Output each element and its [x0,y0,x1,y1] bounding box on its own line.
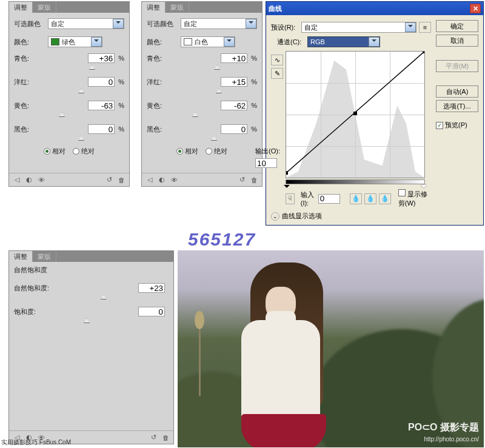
slider-value[interactable] [138,307,165,316]
slider-value[interactable] [88,101,115,110]
output-input[interactable] [255,158,277,168]
svg-rect-1 [286,171,288,175]
black-eyedropper-icon[interactable]: 💧 [350,193,362,204]
tab-mask[interactable]: 蒙版 [33,251,56,262]
preset-label: 预设(R): [271,23,301,32]
channel-dropdown[interactable]: RGB [307,36,380,47]
tab-adjust[interactable]: 调整 [9,2,33,13]
reset-icon[interactable]: ↺ [238,176,246,184]
chevron-down-icon [113,19,124,28]
color-swatch [51,38,59,45]
slider-label: 黄色: [14,101,48,110]
svg-rect-3 [423,52,424,53]
cancel-button[interactable]: 取消 [436,35,478,47]
eye-icon[interactable]: 👁 [170,176,178,184]
slider-value[interactable] [88,124,115,134]
slider-handle[interactable] [89,65,95,70]
slider-value[interactable] [221,53,247,63]
color-dropdown[interactable]: 绿色 [48,36,102,47]
expand-icon[interactable]: ⌄ [271,212,279,221]
slider-label: 黑色: [14,125,48,134]
close-icon[interactable]: ✕ [470,4,481,13]
slider-value[interactable] [221,101,247,110]
finger-tool-icon[interactable]: ☟ [286,193,295,204]
tab-mask[interactable]: 蒙版 [166,2,189,13]
preset-menu-icon[interactable]: ≡ [419,22,431,33]
tab-mask[interactable]: 蒙版 [33,2,56,13]
title-label: 可选颜色 [14,19,48,28]
panel-tabs: 调整 蒙版 [9,251,173,262]
panel-footer: ◁ ◐ 👁 ↺ 🗑 [9,173,129,186]
back-icon[interactable]: ◁ [13,176,21,184]
clip-icon[interactable]: ◐ [25,176,33,184]
reset-icon[interactable]: ↺ [105,176,113,184]
tab-adjust[interactable]: 调整 [9,251,33,262]
svg-rect-2 [353,112,357,115]
auto-button[interactable]: 自动(A) [436,85,478,98]
slider-handle[interactable] [101,295,107,299]
slider-track[interactable] [181,89,241,95]
options-button[interactable]: 选项(T)... [436,100,478,112]
panel-tabs: 调整 蒙版 [9,2,129,13]
black-point-handle[interactable] [284,185,290,191]
tab-adjust[interactable]: 调整 [142,2,166,13]
delete-icon[interactable]: 🗑 [117,176,125,184]
slider-track[interactable] [14,318,153,324]
curves-graph[interactable] [286,51,425,178]
preview-checkbox[interactable] [436,122,443,129]
clip-icon[interactable]: ◐ [158,176,166,184]
slider-handle[interactable] [78,89,84,93]
slider-track[interactable] [181,136,241,142]
color-swatch [184,38,192,45]
slider-track[interactable] [181,65,241,71]
relative-radio[interactable]: 相对 [176,147,198,156]
reset-icon[interactable]: ↺ [149,433,158,442]
slider-value[interactable] [88,53,115,63]
absolute-radio[interactable]: 绝对 [206,147,227,156]
slider-track[interactable] [48,112,109,118]
slider-label: 青色: [147,54,181,63]
photo-watermark: PO⊂O 摄影专题 [408,421,479,434]
show-clipping-checkbox[interactable] [398,189,406,196]
selective-color-panel-2: 调整 蒙版 可选颜色 自定 颜色: 白色 青色: %洋红: %黄色: %黑色: [141,1,263,187]
slider-track[interactable] [48,136,109,142]
slider-handle[interactable] [211,136,217,141]
slider-value[interactable] [138,283,165,293]
color-dropdown[interactable]: 白色 [181,36,235,47]
slider-handle[interactable] [192,112,198,117]
slider-handle[interactable] [78,136,84,141]
preset-dropdown[interactable]: 自定 [301,22,416,33]
preset-dropdown[interactable]: 自定 [48,18,124,29]
slider-label: 自然饱和度: [14,284,58,293]
slider-track[interactable] [14,295,153,301]
slider-value[interactable] [221,77,247,87]
white-point-handle[interactable] [421,185,427,191]
title-label: 可选颜色 [147,19,181,28]
slider-value[interactable] [88,77,115,87]
back-icon[interactable]: ◁ [146,176,154,184]
slider-handle[interactable] [59,112,65,117]
channel-label: 通道(C): [277,38,307,47]
gray-eyedropper-icon[interactable]: 💧 [364,193,376,204]
title-label: 自然饱和度 [14,266,169,275]
white-eyedropper-icon[interactable]: 💧 [379,193,391,204]
slider-track[interactable] [48,89,109,95]
delete-icon[interactable]: 🗑 [161,433,170,442]
eye-icon[interactable]: 👁 [37,176,45,184]
slider-track[interactable] [48,65,109,71]
slider-handle[interactable] [84,318,90,323]
input-input[interactable] [318,194,340,204]
curve-point-tool[interactable]: ∿ [271,55,283,65]
slider-handle[interactable] [216,89,222,93]
slider-handle[interactable] [214,65,220,70]
ok-button[interactable]: 确定 [436,20,478,32]
absolute-radio[interactable]: 绝对 [73,147,95,156]
slider-value[interactable] [221,124,247,134]
slider-label: 洋红: [14,78,48,87]
preset-dropdown[interactable]: 自定 [181,18,257,29]
chevron-down-icon [246,19,256,28]
delete-icon[interactable]: 🗑 [250,176,258,184]
relative-radio[interactable]: 相对 [44,147,65,156]
slider-track[interactable] [181,112,241,118]
curve-pencil-tool[interactable]: ✎ [271,68,283,79]
